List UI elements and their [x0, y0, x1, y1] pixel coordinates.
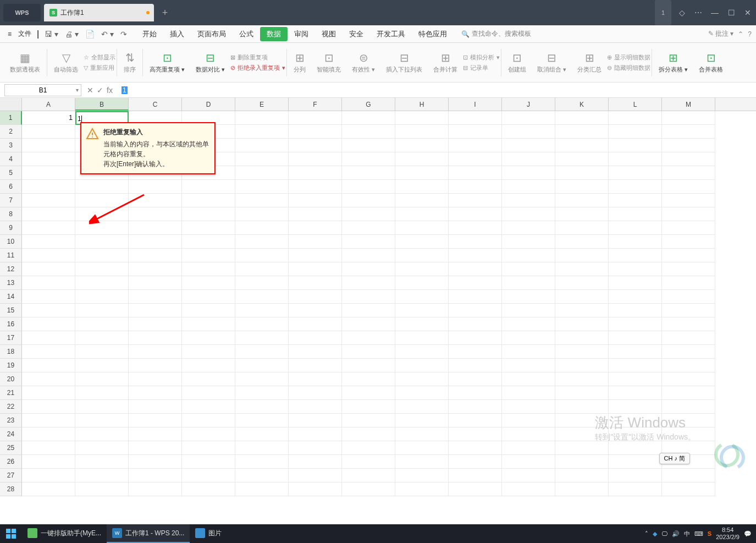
cell[interactable] — [555, 125, 609, 139]
cell[interactable] — [502, 221, 555, 235]
cell[interactable] — [662, 249, 715, 262]
cell[interactable] — [555, 152, 609, 166]
row-header[interactable]: 9 — [0, 221, 22, 235]
tray-volume-icon[interactable]: 🔊 — [672, 530, 680, 537]
cancel-edit-icon[interactable]: ✕ — [87, 86, 93, 95]
cell[interactable] — [235, 166, 289, 180]
cell[interactable] — [75, 427, 129, 441]
cell[interactable] — [609, 249, 662, 262]
collapse-ribbon-icon[interactable]: ⌃ — [738, 30, 743, 38]
cell[interactable] — [22, 290, 75, 304]
cell[interactable] — [235, 304, 289, 317]
close-button[interactable]: ✕ — [740, 0, 756, 25]
cell[interactable] — [22, 207, 75, 221]
row-header[interactable]: 13 — [0, 276, 22, 290]
cell[interactable] — [662, 317, 715, 331]
cell[interactable] — [662, 221, 715, 235]
row-header[interactable]: 3 — [0, 139, 22, 152]
cell[interactable] — [662, 331, 715, 345]
cell[interactable] — [662, 166, 715, 180]
subtotal-button[interactable]: ⊞分类汇总 — [572, 43, 607, 82]
cell[interactable] — [22, 194, 75, 207]
tab-formula[interactable]: 公式 — [233, 27, 260, 41]
cell[interactable] — [342, 125, 395, 139]
preview-icon[interactable]: 📄 — [82, 28, 98, 41]
chevron-down-icon[interactable]: ▾ — [76, 87, 79, 93]
cell[interactable] — [289, 482, 342, 496]
skin-icon[interactable]: ◇ — [674, 0, 690, 25]
cell[interactable] — [75, 180, 129, 194]
cell[interactable] — [449, 221, 502, 235]
cell[interactable] — [289, 372, 342, 386]
cell[interactable] — [289, 345, 342, 359]
cell[interactable] — [75, 317, 129, 331]
cell[interactable] — [289, 207, 342, 221]
cell[interactable] — [129, 427, 182, 441]
cell[interactable] — [129, 249, 182, 262]
cell[interactable] — [395, 194, 449, 207]
taskbar-item[interactable]: W 工作簿1 - WPS 20... — [107, 524, 190, 543]
cell[interactable] — [289, 414, 342, 427]
pivot-table-button[interactable]: ▦数据透视表 — [4, 43, 46, 82]
cell[interactable] — [182, 386, 235, 400]
col-header-g[interactable]: G — [342, 98, 395, 111]
col-header-l[interactable]: L — [609, 98, 662, 111]
cell[interactable] — [235, 482, 289, 496]
cell[interactable] — [449, 276, 502, 290]
cell[interactable] — [502, 262, 555, 276]
cell[interactable] — [449, 455, 502, 469]
validation-button[interactable]: ⊜有效性 ▾ — [346, 43, 380, 82]
cell[interactable] — [609, 194, 662, 207]
tab-insert[interactable]: 插入 — [163, 27, 191, 41]
cell[interactable] — [502, 359, 555, 372]
cell[interactable] — [395, 139, 449, 152]
cell[interactable] — [502, 139, 555, 152]
cell[interactable] — [289, 166, 342, 180]
col-header-d[interactable]: D — [182, 98, 235, 111]
cell[interactable] — [182, 427, 235, 441]
system-tray[interactable]: ˄ ◆ 🖵 🔊 中 ⌨ S 8:54 2023/2/9 💬 — [645, 526, 756, 541]
cell[interactable] — [502, 469, 555, 482]
cell[interactable] — [75, 372, 129, 386]
cell[interactable] — [342, 414, 395, 427]
cell[interactable] — [449, 414, 502, 427]
cell[interactable] — [342, 111, 395, 125]
notification-badge[interactable]: 1 — [655, 0, 671, 25]
cell[interactable] — [129, 359, 182, 372]
cell[interactable] — [342, 262, 395, 276]
name-box[interactable]: B1 ▾ — [4, 84, 81, 96]
cell[interactable] — [502, 441, 555, 455]
cell[interactable] — [555, 304, 609, 317]
cell[interactable] — [182, 469, 235, 482]
cell[interactable] — [129, 194, 182, 207]
tray-chevron-icon[interactable]: ˄ — [645, 530, 648, 537]
cell[interactable] — [395, 317, 449, 331]
reapply-button[interactable]: ▽ 重新应用 — [84, 64, 115, 72]
col-header-f[interactable]: F — [289, 98, 342, 111]
cell[interactable] — [555, 221, 609, 235]
cell[interactable] — [502, 400, 555, 414]
cell[interactable] — [75, 414, 129, 427]
cell[interactable] — [235, 276, 289, 290]
cell[interactable] — [22, 235, 75, 249]
cell[interactable] — [502, 455, 555, 469]
cell[interactable] — [22, 482, 75, 496]
tray-notification-icon[interactable]: 💬 — [744, 530, 752, 537]
cell[interactable] — [395, 386, 449, 400]
cell[interactable] — [395, 331, 449, 345]
highlight-dup-button[interactable]: ⊡高亮重复项 ▾ — [144, 43, 190, 82]
cell[interactable] — [182, 331, 235, 345]
cell[interactable] — [342, 331, 395, 345]
cell[interactable] — [555, 235, 609, 249]
row-header[interactable]: 10 — [0, 235, 22, 249]
cell[interactable] — [235, 441, 289, 455]
cell[interactable] — [75, 455, 129, 469]
cell[interactable] — [289, 262, 342, 276]
tab-review[interactable]: 审阅 — [288, 27, 315, 41]
tray-clock[interactable]: 8:54 2023/2/9 — [716, 526, 740, 541]
cell[interactable] — [22, 469, 75, 482]
cell[interactable] — [22, 372, 75, 386]
cell[interactable] — [449, 400, 502, 414]
cell[interactable] — [449, 262, 502, 276]
cell[interactable] — [129, 331, 182, 345]
